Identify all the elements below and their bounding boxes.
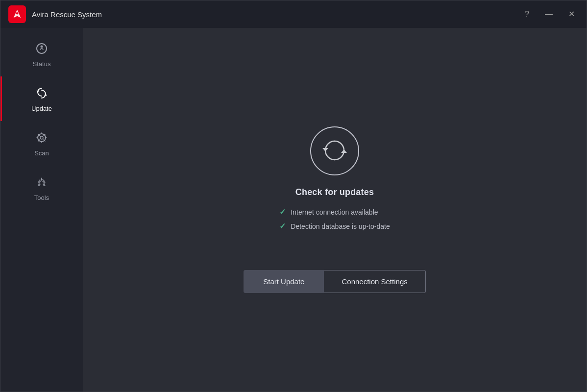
update-section: Check for updates ✓ Internet connection … <box>244 126 425 293</box>
app-title: Avira Rescue System <box>32 10 521 19</box>
app-window: Avira Rescue System ? — ✕ Status <box>0 0 587 392</box>
app-logo <box>8 5 26 23</box>
status-label: Status <box>33 60 51 68</box>
check-icon-database: ✓ <box>279 221 286 231</box>
window-controls: ? — ✕ <box>521 8 579 20</box>
svg-marker-7 <box>341 149 347 153</box>
titlebar: Avira Rescue System ? — ✕ <box>0 0 587 28</box>
sidebar-item-scan[interactable]: Scan <box>0 121 83 166</box>
update-label: Update <box>31 105 52 112</box>
svg-point-0 <box>16 12 19 15</box>
help-button[interactable]: ? <box>521 8 533 20</box>
svg-marker-3 <box>36 91 39 93</box>
svg-marker-4 <box>44 94 47 96</box>
tools-icon <box>34 174 49 190</box>
content-area: Check for updates ✓ Internet connection … <box>83 28 587 392</box>
svg-marker-6 <box>322 148 328 151</box>
check-icon-internet: ✓ <box>279 207 286 217</box>
status-item-database: ✓ Detection database is up-to-date <box>279 221 390 231</box>
connection-settings-button[interactable]: Connection Settings <box>324 270 425 293</box>
minimize-button[interactable]: — <box>541 8 557 20</box>
internet-status-text: Internet connection available <box>291 208 378 216</box>
sidebar-item-status[interactable]: Status <box>0 32 83 76</box>
start-update-button[interactable]: Start Update <box>244 270 324 293</box>
status-item-internet: ✓ Internet connection available <box>279 207 390 217</box>
status-list: ✓ Internet connection available ✓ Detect… <box>279 207 390 231</box>
section-title: Check for updates <box>295 187 374 197</box>
database-status-text: Detection database is up-to-date <box>291 222 390 230</box>
scan-label: Scan <box>34 149 49 157</box>
refresh-icon <box>310 126 359 175</box>
svg-point-2 <box>41 46 43 48</box>
sidebar-item-tools[interactable]: Tools <box>0 166 83 210</box>
close-button[interactable]: ✕ <box>564 8 579 20</box>
button-row: Start Update Connection Settings <box>244 270 425 293</box>
main-content: Status Update <box>0 28 587 392</box>
sidebar-item-update[interactable]: Update <box>0 76 83 121</box>
sidebar: Status Update <box>0 28 83 392</box>
svg-point-5 <box>40 136 43 139</box>
status-icon <box>34 41 49 56</box>
tools-label: Tools <box>34 194 49 201</box>
scan-icon <box>34 130 49 146</box>
update-icon <box>34 85 49 101</box>
